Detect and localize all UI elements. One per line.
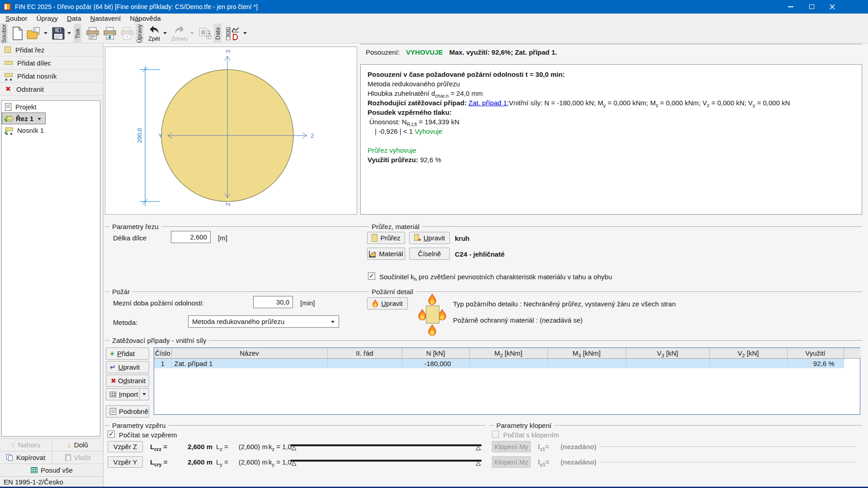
data-options-dropdown[interactable] bbox=[243, 32, 247, 36]
material-button[interactable]: Materiál bbox=[367, 248, 405, 260]
col-vyuziti[interactable]: Využití bbox=[787, 348, 844, 358]
fire-protection-material: Požárně ochranný materiál : (nezadává se… bbox=[453, 316, 583, 324]
print-button[interactable] bbox=[84, 24, 101, 42]
printer-disabled-icon bbox=[120, 27, 134, 40]
load-cases-table: Číslo Název II. řád N [kN] M2 [kNm] M3 [… bbox=[154, 347, 860, 415]
kh-checkbox[interactable] bbox=[368, 272, 375, 280]
add-member-button[interactable]: Přidat dílec bbox=[0, 56, 103, 70]
save-dropdown[interactable] bbox=[67, 32, 71, 36]
check-all-button[interactable]: Posuď vše bbox=[0, 464, 104, 476]
save-button[interactable] bbox=[50, 24, 66, 42]
add-member-label: Přidat dílec bbox=[17, 59, 51, 67]
results-method: Metoda redukovaného průřezu bbox=[368, 79, 855, 89]
add-beam-button[interactable]: Přidat nosník bbox=[0, 70, 103, 83]
close-icon bbox=[830, 4, 835, 9]
dimension-label: 200,0 bbox=[136, 128, 143, 143]
results-ratio: | -0,926 | < 1 Vyhovuje bbox=[368, 127, 855, 136]
tree-item-projekt[interactable]: Projekt bbox=[2, 101, 100, 113]
cell-m3 bbox=[547, 358, 626, 368]
print-preview-button[interactable] bbox=[101, 24, 118, 42]
printer-icon bbox=[86, 27, 99, 40]
import-dropdown[interactable] bbox=[139, 388, 149, 400]
group-title: Požární detail bbox=[369, 287, 416, 296]
col-cislo[interactable]: Číslo bbox=[154, 348, 171, 358]
tree-item-nosnik-1[interactable]: ✔ Nosník 1 bbox=[2, 124, 100, 136]
verdict-result: VYHOVUJE bbox=[406, 48, 443, 56]
method-select[interactable]: Metoda redukovaného průřezu bbox=[188, 315, 339, 328]
down-arrow-icon: ↓ bbox=[67, 441, 71, 449]
menu-napoveda[interactable]: Nápověda bbox=[125, 14, 165, 23]
section-button[interactable]: Průřez bbox=[367, 232, 405, 244]
buckling-row-z: Vzpěr Z Lcrz = 2,600 m Lz = (2,600) m kz… bbox=[108, 441, 484, 453]
add-section-button[interactable]: Přidat řez bbox=[0, 43, 103, 56]
save-icon bbox=[52, 27, 65, 40]
title-bar: FIN EC 2025 - Dřevo požár (64 bit) [Fine… bbox=[0, 0, 868, 14]
table-row[interactable]: 1 Zat. případ 1 -180,000 92,6 % bbox=[154, 358, 861, 368]
report-table-icon: B bbox=[198, 27, 212, 40]
new-file-button[interactable] bbox=[10, 24, 25, 42]
import-button[interactable]: Import bbox=[106, 388, 139, 400]
delete-button[interactable]: ✖ Odstranit bbox=[0, 83, 103, 96]
maximize-button[interactable] bbox=[801, 0, 822, 14]
toolbar-group-data: Data bbox=[214, 23, 222, 43]
edit-section-button[interactable]: ➜ Upravit bbox=[409, 232, 450, 244]
move-down-button[interactable]: ↓Dolů bbox=[52, 439, 104, 451]
up-arrow-icon: ↑ bbox=[11, 441, 15, 449]
redo-button: Znovu bbox=[170, 24, 189, 42]
cell-ii-rad bbox=[327, 358, 402, 368]
data-options-button[interactable] bbox=[224, 24, 242, 42]
length-input[interactable]: 2,600 bbox=[171, 231, 211, 243]
buckling-checkbox-label: Počítat se vzpěrem bbox=[119, 431, 177, 439]
ltb-checkbox-label: Počítat s klopením bbox=[503, 431, 559, 439]
copy-button[interactable]: Kopírovat bbox=[0, 451, 52, 464]
group-title: Průřez, materiál bbox=[369, 222, 422, 231]
col-v2[interactable]: V2 [kN] bbox=[709, 348, 787, 358]
col-m2[interactable]: M2 [kNm] bbox=[469, 348, 547, 358]
col-n[interactable]: N [kN] bbox=[402, 348, 469, 358]
copy-icon bbox=[6, 454, 13, 461]
undo-button[interactable]: Zpět bbox=[146, 24, 162, 42]
close-button[interactable] bbox=[822, 0, 843, 14]
delete-load-case-button[interactable]: ✖ Odstranit bbox=[106, 375, 149, 387]
minimize-button[interactable] bbox=[780, 0, 801, 14]
redo-icon bbox=[173, 25, 186, 35]
toolbar-group-tisk: Tisk bbox=[74, 23, 81, 43]
detail-button[interactable]: Podrobně bbox=[106, 405, 149, 418]
data-checklist-icon bbox=[226, 27, 241, 40]
menu-nastaveni[interactable]: Nastavení bbox=[86, 14, 126, 23]
buckling-z-button[interactable]: Vzpěr Z bbox=[108, 441, 143, 452]
edit-section-icon: ➜ bbox=[414, 234, 421, 242]
col-v3[interactable]: V3 [kN] bbox=[626, 348, 709, 358]
add-beam-label: Přidat nosník bbox=[17, 72, 57, 80]
undo-dropdown[interactable] bbox=[163, 32, 167, 36]
open-file-dropdown[interactable] bbox=[44, 32, 47, 36]
menu-bar: Soubor Úpravy Data Nastavení Nápověda bbox=[0, 14, 868, 23]
buckling-y-button[interactable]: Vzpěr Y bbox=[108, 456, 143, 468]
menu-upravy[interactable]: Úpravy bbox=[32, 14, 62, 23]
cell-gutter bbox=[844, 358, 861, 368]
toolbar: Soubor Tisk Úpravy Zpět Znovu B Data bbox=[0, 23, 868, 43]
group-fire-detail: Požární detail Upravit Typ požárního det… bbox=[364, 291, 862, 337]
cell-cislo: 1 bbox=[154, 358, 171, 368]
flame-icon bbox=[372, 300, 378, 308]
col-m3[interactable]: M3 [kNm] bbox=[547, 348, 626, 358]
redo-dropdown bbox=[190, 32, 194, 36]
print-preview-icon bbox=[103, 27, 117, 40]
group-title: Požár bbox=[109, 287, 132, 296]
edit-fire-detail-button[interactable]: Upravit bbox=[367, 297, 408, 310]
menu-soubor[interactable]: Soubor bbox=[1, 14, 32, 23]
fire-time-input[interactable]: 30,0 bbox=[253, 296, 293, 308]
col-ii-rad[interactable]: II. řád bbox=[327, 348, 402, 358]
verdict-label: Posouzení: bbox=[366, 48, 400, 56]
numeric-button[interactable]: Číselně bbox=[409, 248, 450, 260]
load-case-link[interactable]: Zat. případ 1 bbox=[468, 99, 507, 107]
col-nazev[interactable]: Název bbox=[171, 348, 327, 358]
edit-load-case-button[interactable]: ↵ Upravit bbox=[106, 361, 149, 373]
add-load-case-button[interactable]: + Přidat bbox=[106, 347, 149, 360]
open-file-button[interactable] bbox=[25, 24, 43, 42]
menu-data[interactable]: Data bbox=[62, 14, 86, 23]
cross-section-view[interactable]: 200,0 3 Z Y 2 bbox=[105, 47, 357, 215]
section-shape-value: kruh bbox=[455, 235, 470, 242]
buckling-checkbox[interactable] bbox=[108, 431, 115, 438]
svg-text:B: B bbox=[201, 29, 205, 36]
